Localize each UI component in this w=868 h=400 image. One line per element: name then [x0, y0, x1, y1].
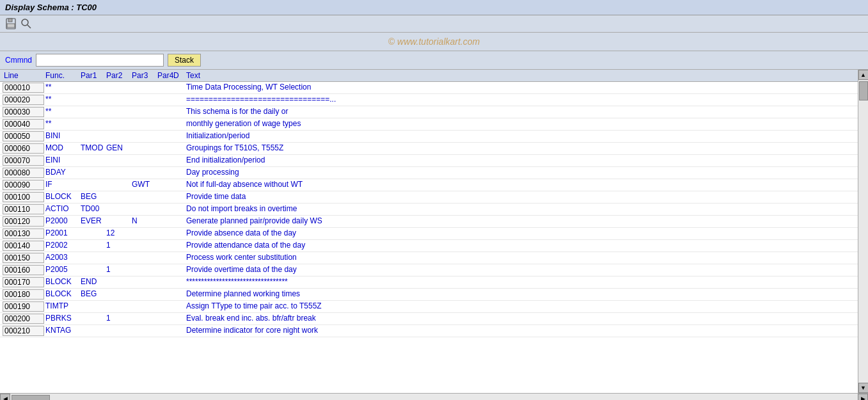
- table-row[interactable]: 000110 ACTIO TD00 Do not import breaks i…: [0, 204, 858, 216]
- scroll-up-arrow[interactable]: ▲: [858, 70, 869, 80]
- cell-d-5: [172, 143, 185, 154]
- cell-par3-12: [130, 228, 156, 239]
- table-row[interactable]: 000090 IF GWT Not if full-day absence wi…: [0, 179, 858, 191]
- h-scroll-thumb[interactable]: [12, 395, 50, 400]
- cell-text-12: Provide absence data of the day: [185, 228, 855, 239]
- table-row[interactable]: 000010 ** Time Data Processing, WT Selec…: [0, 82, 858, 94]
- cell-text-8: Not if full-day absence without WT: [185, 180, 855, 190]
- cell-line-5: 000060: [3, 143, 44, 154]
- cell-par1-9: BEG: [79, 192, 105, 202]
- table-row[interactable]: 000180 BLOCK BEG Determine planned worki…: [0, 289, 858, 301]
- cell-line-17: 000180: [3, 289, 44, 300]
- watermark-text: © www.tutorialkart.com: [388, 36, 480, 47]
- table-row[interactable]: 000030 ** This schema is for the daily o…: [0, 106, 858, 118]
- cell-par4-19: [156, 314, 172, 324]
- table-body: 000010 ** Time Data Processing, WT Selec…: [0, 82, 858, 337]
- table-row[interactable]: 000170 BLOCK END ***********************…: [0, 276, 858, 289]
- table-row[interactable]: 000210 KNTAG Determine indicator for cor…: [0, 325, 858, 337]
- col-header-line: Line: [3, 71, 44, 80]
- cell-func-10: ACTIO: [44, 204, 79, 214]
- scroll-thumb[interactable]: [859, 81, 868, 100]
- cell-par4-0: [156, 83, 172, 93]
- command-bar: Cmmnd Stack: [0, 51, 868, 70]
- table-row[interactable]: 000120 P2000 EVER N Generate planned pai…: [0, 216, 858, 228]
- cell-text-16: **********************************: [185, 277, 855, 287]
- scroll-track[interactable]: [858, 80, 868, 383]
- scroll-left-arrow[interactable]: ◀: [0, 394, 10, 401]
- table-row[interactable]: 000060 MOD TMOD GEN Groupings for T510S,…: [0, 143, 858, 155]
- find-icon[interactable]: [20, 18, 32, 29]
- right-scrollbar[interactable]: ▲ ▼: [858, 70, 868, 393]
- cell-par2-9: [105, 192, 130, 202]
- cell-d-13: [172, 241, 185, 251]
- bottom-scrollbar[interactable]: ◀ ▶: [0, 393, 868, 400]
- cell-par2-3: [105, 119, 130, 129]
- cell-line-14: 000150: [3, 253, 44, 263]
- col-header-par4: Par4: [156, 71, 172, 80]
- cell-par1-5: TMOD: [79, 143, 105, 154]
- h-scroll-track[interactable]: [10, 394, 858, 400]
- table-row[interactable]: 000200 PBRKS 1 Eval. break end inc. abs.…: [0, 313, 858, 325]
- cell-func-5: MOD: [44, 143, 79, 154]
- cell-par4-2: [156, 107, 172, 117]
- cell-par2-4: [105, 131, 130, 141]
- cell-par2-14: [105, 253, 130, 263]
- scroll-down-arrow[interactable]: ▼: [858, 383, 869, 393]
- cell-par3-8: GWT: [130, 180, 156, 190]
- cell-text-15: Provide overtime data of the day: [185, 265, 855, 275]
- cell-d-4: [172, 131, 185, 141]
- col-header-par3: Par3: [130, 71, 156, 80]
- table-row[interactable]: 000140 P2002 1 Provide attendance data o…: [0, 240, 858, 252]
- cell-line-11: 000120: [3, 216, 44, 227]
- svg-rect-1: [8, 19, 12, 22]
- cell-text-0: Time Data Processing, WT Selection: [185, 83, 855, 93]
- cell-par3-6: [130, 156, 156, 166]
- table-row[interactable]: 000080 BDAY Day processing: [0, 167, 858, 179]
- col-header-par1: Par1: [79, 71, 105, 80]
- cell-text-10: Do not import breaks in overtime: [185, 204, 855, 214]
- cell-par1-7: [79, 168, 105, 178]
- stack-button[interactable]: Stack: [168, 54, 201, 67]
- cell-line-9: 000100: [3, 192, 44, 202]
- table-row[interactable]: 000070 EINI End initialization/period: [0, 155, 858, 167]
- cell-d-3: [172, 119, 185, 129]
- cell-par3-16: [130, 277, 156, 287]
- cell-func-15: P2005: [44, 265, 79, 275]
- cell-func-9: BLOCK: [44, 192, 79, 202]
- cell-par4-20: [156, 326, 172, 336]
- cell-d-16: [172, 277, 185, 287]
- table-row[interactable]: 000050 BINI Initialization/period: [0, 131, 858, 143]
- cell-par3-5: [130, 143, 156, 154]
- save-icon[interactable]: [5, 18, 17, 29]
- cell-par3-11: N: [130, 216, 156, 227]
- cell-par3-1: [130, 95, 156, 105]
- cell-par1-16: END: [79, 277, 105, 287]
- cell-text-2: This schema is for the daily or: [185, 107, 855, 117]
- table-row[interactable]: 000020 ** ==============================…: [0, 94, 858, 106]
- cell-text-7: Day processing: [185, 168, 855, 178]
- command-input[interactable]: [36, 54, 164, 67]
- table-row[interactable]: 000040 ** monthly generation of wage typ…: [0, 118, 858, 131]
- cell-par3-18: [130, 301, 156, 312]
- cell-func-16: BLOCK: [44, 277, 79, 287]
- cell-d-18: [172, 301, 185, 312]
- cell-func-1: **: [44, 95, 79, 105]
- table-row[interactable]: 000160 P2005 1 Provide overtime data of …: [0, 264, 858, 276]
- toolbar: [0, 15, 868, 33]
- cell-line-16: 000170: [3, 277, 44, 287]
- cell-par2-7: [105, 168, 130, 178]
- cell-func-7: BDAY: [44, 168, 79, 178]
- cell-par1-20: [79, 326, 105, 336]
- cell-par1-1: [79, 95, 105, 105]
- cell-line-3: 000040: [3, 119, 44, 129]
- table-row[interactable]: 000150 A2003 Process work center substit…: [0, 252, 858, 264]
- table-row[interactable]: 000190 TIMTP Assign TType to time pair a…: [0, 301, 858, 313]
- cell-par2-5: GEN: [105, 143, 130, 154]
- cell-par4-9: [156, 192, 172, 202]
- table-row[interactable]: 000100 BLOCK BEG Provide time data: [0, 191, 858, 204]
- cell-line-2: 000030: [3, 107, 44, 117]
- cell-par4-17: [156, 289, 172, 300]
- table-row[interactable]: 000130 P2001 12 Provide absence data of …: [0, 228, 858, 240]
- scroll-right-arrow[interactable]: ▶: [858, 394, 868, 401]
- cell-par1-12: [79, 228, 105, 239]
